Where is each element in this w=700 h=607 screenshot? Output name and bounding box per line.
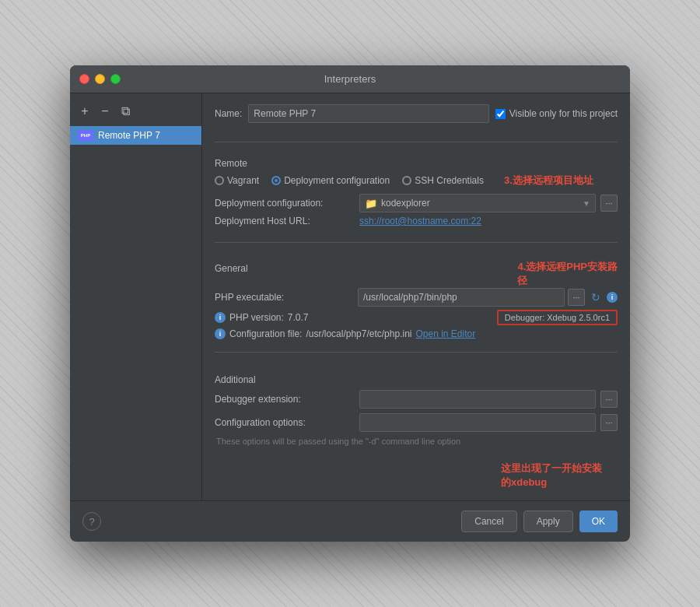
radio-deployment[interactable]: Deployment configuration [271,175,390,186]
debugger-extension-label: Debugger extension: [215,394,355,405]
visible-checkbox-row: Visible only for this project [495,108,618,119]
version-left: i PHP version: 7.0.7 [215,312,309,323]
action-buttons: Cancel Apply OK [461,511,618,532]
php-version-value: 7.0.7 [288,312,309,323]
php-executable-browse-button[interactable]: ··· [568,289,585,306]
dialog-content: + − ⧉ PHP Remote PHP 7 Name: Visible onl… [70,93,630,500]
version-row: i PHP version: 7.0.7 Debugger: Xdebug 2.… [215,310,618,325]
deployment-config-edit-button[interactable]: ··· [600,195,618,212]
configuration-options-row: Configuration options: ··· [215,413,618,432]
php-version-info-icon: i [215,312,226,323]
php-icon: PHP [78,130,93,141]
close-button[interactable] [79,74,89,84]
window-title: Interpreters [324,73,376,85]
name-row: Name: Visible only for this project [215,104,618,123]
options-hint: These options will be passed using the "… [215,437,618,446]
radio-ssh-circle [402,176,411,185]
minimize-button[interactable] [95,74,105,84]
visible-checkbox[interactable] [495,109,506,119]
annotation-3: 这里出现了一开始安装 的xdebug [501,461,602,489]
debugger-extension-browse-button[interactable]: ··· [600,391,618,408]
radio-ssh[interactable]: SSH Credentials [402,175,484,186]
cancel-button[interactable]: Cancel [461,511,516,532]
php-executable-row: PHP executable: ··· ↻ i [215,288,618,307]
additional-section: Additional Debugger extension: ··· Confi… [215,371,618,489]
debugger-extension-input[interactable] [359,390,596,409]
interpreters-dialog: Interpreters + − ⧉ PHP Remote PHP 7 Name… [70,65,630,542]
radio-vagrant-label: Vagrant [227,175,259,186]
config-file-label: Configuration file: [229,328,302,339]
config-file-value: /usr/local/php7/etc/php.ini [306,328,411,339]
radio-vagrant[interactable]: Vagrant [215,175,259,186]
config-file-info-icon: i [215,328,226,339]
maximize-button[interactable] [110,74,121,84]
main-panel: Name: Visible only for this project Remo… [202,93,630,500]
radio-group: Vagrant Deployment configuration SSH Cre… [215,174,618,188]
open-in-editor-link[interactable]: Open in Editor [415,328,475,339]
radio-deployment-circle [271,176,281,185]
configuration-options-input[interactable] [359,413,596,432]
general-section-header: General [215,263,248,274]
deployment-config-label: Deployment configuration: [215,198,355,209]
general-section: General 4.选择远程PHP安装路 径 PHP executable: ·… [215,260,618,339]
copy-interpreter-button[interactable]: ⧉ [117,103,134,120]
sidebar-toolbar: + − ⧉ [70,100,201,126]
additional-section-header: Additional [215,374,618,385]
annotation-1: 3.选择远程项目地址 [504,174,593,188]
php-version-label: PHP version: [229,312,284,323]
name-input[interactable] [248,104,488,123]
radio-vagrant-circle [215,176,224,185]
configuration-options-label: Configuration options: [215,417,355,428]
debugger-badge: Debugger: Xdebug 2.5.0rc1 [497,310,618,325]
deployment-config-value: kodexplorer [381,198,430,209]
sidebar-item-remote-php7[interactable]: PHP Remote PHP 7 [70,126,201,145]
deployment-host-row: Deployment Host URL: ssh://root@hostname… [215,216,618,226]
add-interpreter-button[interactable]: + [76,103,93,120]
remote-section: Remote Vagrant Deployment configuration … [215,155,618,230]
name-label: Name: [215,108,242,119]
debugger-extension-row: Debugger extension: ··· [215,390,618,409]
info-icon: i [607,292,618,303]
remote-section-header: Remote [215,158,618,169]
traffic-lights [79,74,121,84]
radio-ssh-label: SSH Credentials [415,175,484,186]
visible-checkbox-label: Visible only for this project [509,108,618,119]
help-button[interactable]: ? [82,512,101,531]
title-bar: Interpreters [70,65,630,93]
refresh-button[interactable]: ↻ [588,289,604,305]
ok-button[interactable]: OK [579,511,618,532]
deployment-host-url[interactable]: ssh://root@hostname.com:22 [359,216,481,226]
php-executable-label: PHP executable: [215,292,355,303]
remove-interpreter-button[interactable]: − [96,103,114,120]
configuration-options-browse-button[interactable]: ··· [600,414,618,431]
deployment-config-dropdown[interactable]: 📁 kodexplorer ▼ [359,194,596,212]
bottom-bar: ? Cancel Apply OK [70,500,630,542]
deployment-host-label: Deployment Host URL: [215,216,355,226]
annotation-2: 4.选择远程PHP安装路 径 [517,260,618,288]
radio-deployment-label: Deployment configuration [284,175,390,186]
config-file-row: i Configuration file: /usr/local/php7/et… [215,328,618,339]
sidebar: + − ⧉ PHP Remote PHP 7 [70,93,202,500]
sidebar-item-label: Remote PHP 7 [98,130,160,141]
deployment-config-row: Deployment configuration: 📁 kodexplorer … [215,194,618,212]
apply-button[interactable]: Apply [523,511,573,532]
php-executable-input[interactable] [358,288,565,307]
folder-icon: 📁 [365,198,377,209]
dropdown-arrow-icon: ▼ [583,199,590,208]
